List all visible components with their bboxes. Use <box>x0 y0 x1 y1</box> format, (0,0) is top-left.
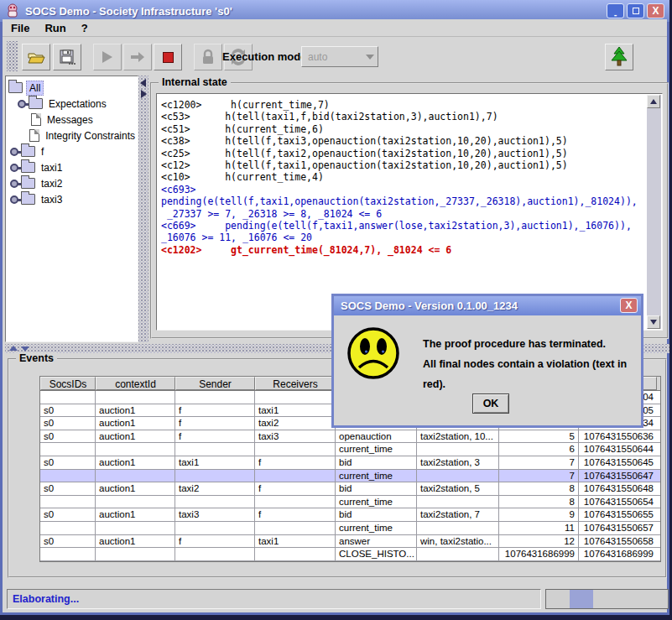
table-cell: f <box>255 456 336 469</box>
table-cell: 1076431686999 <box>499 548 579 560</box>
dialog-body: The proof procedure has terminated. All … <box>334 315 641 425</box>
table-cell: taxi2station, 10... <box>417 430 499 443</box>
table-cell: 1076431550647 <box>579 470 657 482</box>
play-button[interactable] <box>93 44 122 70</box>
toolbar-grip[interactable] <box>7 41 18 71</box>
table-cell: current_time <box>336 522 417 534</box>
events-column-header[interactable]: Receivers <box>255 377 336 390</box>
save-button[interactable] <box>53 44 81 70</box>
status-field: Elaborating... <box>7 589 541 609</box>
tree-item-label: taxi3 <box>39 193 65 206</box>
expand-handle-icon[interactable] <box>10 195 18 204</box>
chevron-down-icon <box>366 55 374 60</box>
table-cell <box>96 522 175 534</box>
lock-button[interactable] <box>194 44 222 70</box>
save-icon <box>59 49 76 65</box>
document-icon <box>31 113 41 126</box>
expand-handle-icon[interactable] <box>10 164 18 172</box>
status-bar: Elaborating... <box>3 582 667 612</box>
table-row[interactable]: current_time71076431550647 <box>40 470 660 483</box>
tree-item-all[interactable]: All <box>6 80 138 96</box>
table-cell: 5 <box>499 430 579 443</box>
play-icon <box>102 51 112 63</box>
table-cell: taxi2station, 7 <box>417 508 499 521</box>
state-line: <c1202> gt_current_time(_81024,7), _8102… <box>161 244 643 256</box>
table-cell: s0 <box>40 456 96 469</box>
table-cell: s0 <box>40 508 96 521</box>
tree-item-f[interactable]: f <box>6 143 138 159</box>
state-line: <c10> h(current_time,4) <box>161 171 643 183</box>
table-row[interactable]: s0auction1taxi1fbidtaxi2station, 3710764… <box>40 456 660 470</box>
table-cell: bid <box>336 482 417 495</box>
menu-help[interactable]: ? <box>81 22 88 34</box>
vertical-splitter[interactable] <box>138 76 148 342</box>
table-row[interactable]: current_time81076431550654 <box>40 496 660 509</box>
collapse-right-icon[interactable] <box>141 90 147 98</box>
window-title: SOCS Demo - Society Infrastructure 's0' <box>25 5 232 18</box>
tree-item-taxi2[interactable]: taxi2 <box>6 175 138 191</box>
vertical-scrollbar[interactable] <box>647 95 661 329</box>
step-button[interactable] <box>123 44 152 70</box>
state-line: <c53> h(tell(taxi1,f,bid(taxi2station,3)… <box>161 111 643 122</box>
document-icon <box>29 129 39 142</box>
table-cell: s0 <box>40 535 96 548</box>
table-cell: openauction <box>336 430 417 443</box>
minimize-button[interactable]: - <box>607 3 624 18</box>
table-cell: 1076431550645 <box>579 456 657 469</box>
table-row[interactable]: current_time61076431550644 <box>40 443 660 456</box>
ok-button[interactable]: OK <box>472 393 509 414</box>
events-column-header[interactable]: contextId <box>96 377 175 390</box>
table-row[interactable]: s0auction1ftaxi1answerwin, taxi2statio..… <box>40 535 660 549</box>
table-cell <box>40 443 96 456</box>
table-cell: 1076431550644 <box>579 443 657 456</box>
expand-handle-icon[interactable] <box>18 100 26 108</box>
tree-view-button[interactable] <box>605 44 633 70</box>
events-column-header[interactable]: Sender <box>175 377 255 390</box>
maximize-button[interactable] <box>627 3 644 18</box>
table-cell: taxi2 <box>175 482 255 495</box>
table-cell: auction1 <box>96 535 175 548</box>
scroll-up-button[interactable] <box>647 95 660 108</box>
table-cell: 6 <box>499 443 579 456</box>
table-cell <box>175 470 255 482</box>
stop-button[interactable] <box>154 44 182 70</box>
expand-handle-icon[interactable] <box>10 180 18 188</box>
table-row[interactable]: s0auction1taxi2fbidtaxi2station, 5810764… <box>40 482 660 496</box>
events-column-header[interactable]: SocsIDs <box>40 377 96 390</box>
table-cell: f <box>255 508 336 521</box>
state-line: <c51> h(current_time,6) <box>161 123 643 135</box>
table-cell: auction1 <box>96 404 175 417</box>
folder-icon <box>21 178 35 189</box>
table-row[interactable]: current_time111076431550657 <box>40 522 660 535</box>
table-cell: 8 <box>499 496 579 508</box>
menu-file[interactable]: File <box>11 22 29 34</box>
expand-handle-icon[interactable] <box>10 148 18 156</box>
table-row[interactable]: CLOSE_HISTO...10764316869991076431686999 <box>40 548 660 561</box>
collapse-up-icon[interactable] <box>9 346 18 351</box>
table-cell: bid <box>336 456 417 469</box>
state-line: pending(e(tell(f,taxi1,openauction(taxi2… <box>161 195 643 207</box>
table-cell: auction1 <box>96 482 175 495</box>
tree-item-expectations[interactable]: Expectations <box>6 96 138 112</box>
menu-run[interactable]: Run <box>44 22 65 34</box>
tree-item-taxi1[interactable]: taxi1 <box>6 159 138 175</box>
tree-item-messages[interactable]: Messages <box>6 112 138 128</box>
open-button[interactable] <box>22 44 50 70</box>
table-row[interactable]: s0auction1ftaxi3openauctiontaxi2station,… <box>40 430 660 444</box>
lock-icon <box>201 49 216 65</box>
state-line: <c669> pending(e(tell(f,taxi1,answer(los… <box>161 220 643 232</box>
execution-mode-select[interactable]: auto <box>301 46 378 67</box>
collapse-left-icon[interactable] <box>140 79 146 87</box>
table-cell: taxi1 <box>175 456 255 469</box>
tree-item-integrity-constraints[interactable]: Integrity Constraints <box>6 128 138 143</box>
tree-item-taxi3[interactable]: taxi3 <box>6 191 138 207</box>
table-cell <box>417 522 499 534</box>
dialog-message-line1: The proof procedure has terminated. <box>423 334 641 354</box>
close-button[interactable]: X <box>647 3 664 18</box>
dialog-title-bar[interactable]: SOCS Demo - Version 0.1.00_1234 X <box>334 296 641 315</box>
dialog-close-button[interactable]: X <box>620 298 638 313</box>
scroll-down-button[interactable] <box>647 315 660 329</box>
table-cell <box>417 443 499 456</box>
table-row[interactable]: s0auction1taxi3fbidtaxi2station, 7910764… <box>40 508 660 522</box>
collapse-down-icon[interactable] <box>21 346 29 352</box>
